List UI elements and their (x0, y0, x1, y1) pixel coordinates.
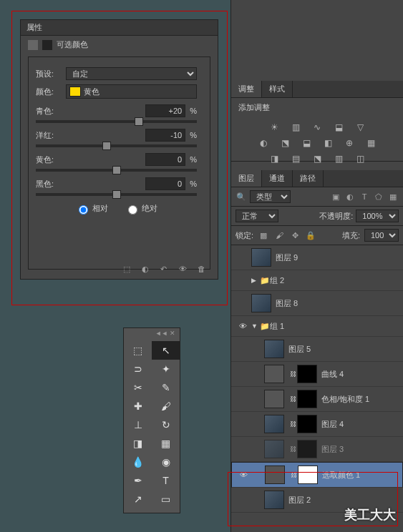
filter-adj-icon[interactable]: ◐ (344, 192, 356, 202)
gradient-tool[interactable]: ▦ (152, 434, 180, 453)
layer-name[interactable]: 图层 2 (288, 495, 400, 506)
adj-expo-icon[interactable]: ⬓ (332, 122, 345, 133)
search-icon[interactable]: 🔍 (236, 192, 247, 202)
slider-value[interactable] (145, 153, 185, 166)
type-tool[interactable]: T (152, 471, 180, 490)
layer-row[interactable]: 图层 8 (231, 291, 403, 316)
slider-thumb[interactable] (112, 166, 121, 174)
layer-name[interactable]: 图层 4 (321, 419, 400, 430)
preset-select[interactable]: 自定 (66, 67, 197, 80)
path-select-tool[interactable]: ↗ (124, 490, 152, 508)
radio-absolute[interactable]: 绝对 (125, 204, 157, 212)
adj-bal-icon[interactable]: ⬓ (300, 137, 313, 149)
filter-shape-icon[interactable]: ⬠ (373, 192, 384, 202)
lock-pos-icon[interactable]: ✥ (289, 230, 301, 240)
opacity-value[interactable]: 100% (356, 210, 399, 222)
lock-paint-icon[interactable]: 🖌 (273, 230, 285, 240)
adj-vib-icon[interactable]: ◐ (257, 137, 270, 149)
adj-bright-icon[interactable]: ☀ (268, 122, 281, 133)
layer-name[interactable]: 图层 3 (321, 444, 400, 455)
link-icon[interactable]: ⛓ (288, 395, 297, 403)
adj-post-icon[interactable]: ▤ (289, 153, 302, 164)
tab-channels[interactable]: 通道 (262, 170, 293, 187)
clip-icon[interactable]: ⬚ (123, 265, 133, 275)
adj-mix-icon[interactable]: ▦ (364, 137, 377, 149)
visibility-toggle[interactable] (234, 322, 251, 330)
adj-inv-icon[interactable]: ◨ (268, 153, 281, 164)
slider-thumb[interactable] (102, 142, 111, 150)
adj-tri-icon[interactable]: ▽ (354, 122, 366, 133)
visibility-toggle[interactable] (235, 471, 252, 479)
layer-row[interactable]: ⛓图层 4 (231, 412, 403, 437)
slider-thumb[interactable] (112, 190, 121, 199)
layer-name[interactable]: 曲线 4 (321, 369, 400, 380)
prev-icon[interactable]: ◐ (142, 265, 152, 275)
trash-icon[interactable]: 🗑 (198, 265, 208, 275)
color-select[interactable]: 黄色 (66, 84, 197, 99)
adj-bw-icon[interactable]: ◧ (321, 137, 334, 149)
mask-thumb[interactable] (297, 365, 317, 383)
link-icon[interactable]: ⛓ (288, 370, 297, 378)
filter-type[interactable]: 类型 (250, 190, 291, 203)
lock-all-icon[interactable]: 🔒 (305, 230, 316, 240)
shape-tool[interactable]: ▭ (152, 490, 180, 508)
layer-name[interactable]: 组 2 (270, 275, 400, 286)
layer-row[interactable]: 图层 5 (231, 337, 403, 362)
layer-row[interactable]: ▼📁组 1 (231, 316, 403, 337)
slider-value[interactable] (145, 177, 185, 190)
adj-sel-icon[interactable]: ◫ (354, 153, 366, 164)
disclosure-icon[interactable]: ▼ (251, 322, 260, 330)
mask-thumb[interactable] (297, 415, 317, 433)
lasso-tool[interactable]: ⊃ (124, 360, 152, 378)
layer-row[interactable]: ⛓曲线 4 (231, 362, 403, 387)
slider-value[interactable] (145, 104, 185, 117)
mask-thumb[interactable] (298, 466, 318, 484)
slider-track[interactable] (36, 193, 197, 196)
tab-paths[interactable]: 路径 (293, 170, 324, 187)
mask-thumb[interactable] (297, 390, 317, 408)
tab-adjust[interactable]: 调整 (231, 81, 262, 97)
toolbox-collapse[interactable]: ◄◄ ✕ (124, 328, 180, 341)
lock-trans-icon[interactable]: ▩ (258, 230, 269, 240)
layer-name[interactable]: 选取颜色 1 (322, 470, 399, 481)
heal-tool[interactable]: ✚ (124, 397, 152, 415)
history-brush-tool[interactable]: ↻ (152, 415, 180, 434)
layer-row[interactable]: ⛓图层 3 (231, 437, 403, 462)
layer-row[interactable]: ▶📁组 2 (231, 270, 403, 291)
layer-name[interactable]: 色相/饱和度 1 (321, 394, 400, 405)
layer-row[interactable]: ⛓选取颜色 1 (231, 462, 403, 488)
dodge-tool[interactable]: ◉ (152, 453, 180, 471)
eyedropper-tool[interactable]: ✎ (152, 378, 180, 397)
fill-value[interactable]: 100% (364, 229, 399, 242)
slider-thumb[interactable] (135, 117, 143, 126)
layer-row[interactable]: ⛓色相/饱和度 1 (231, 387, 403, 412)
adj-photo-icon[interactable]: ⊕ (343, 137, 356, 149)
marquee-tool[interactable]: ⬚ (124, 341, 152, 360)
tab-style[interactable]: 样式 (262, 81, 293, 97)
adj-curves-icon[interactable]: ∿ (311, 122, 324, 133)
brush-tool[interactable]: 🖌 (152, 397, 180, 415)
slider-track[interactable] (36, 120, 197, 123)
eraser-tool[interactable]: ◨ (124, 434, 152, 453)
layer-row[interactable]: 图层 9 (231, 245, 403, 270)
radio-relative[interactable]: 相对 (75, 204, 108, 212)
layer-name[interactable]: 图层 9 (276, 252, 400, 263)
link-icon[interactable]: ⛓ (288, 445, 297, 453)
tab-layers[interactable]: 图层 (231, 170, 262, 187)
slider-track[interactable] (36, 169, 197, 172)
adj-thresh-icon[interactable]: ⬔ (311, 153, 324, 164)
mask-thumb[interactable] (297, 440, 317, 458)
filter-img-icon[interactable]: ▣ (330, 192, 341, 202)
filter-type-icon[interactable]: T (359, 192, 370, 202)
layer-name[interactable]: 组 1 (270, 321, 400, 332)
slider-track[interactable] (36, 144, 197, 147)
pen-tool[interactable]: ✒ (124, 471, 152, 490)
wand-tool[interactable]: ✦ (152, 360, 180, 378)
blend-mode[interactable]: 正常 (236, 210, 278, 222)
slider-value[interactable] (145, 129, 185, 142)
disclosure-icon[interactable]: ▶ (251, 277, 260, 284)
link-icon[interactable]: ⛓ (288, 420, 297, 428)
filter-smart-icon[interactable]: ▦ (387, 192, 399, 202)
adj-hue-icon[interactable]: ⬔ (278, 137, 291, 149)
blur-tool[interactable]: 💧 (124, 453, 152, 471)
